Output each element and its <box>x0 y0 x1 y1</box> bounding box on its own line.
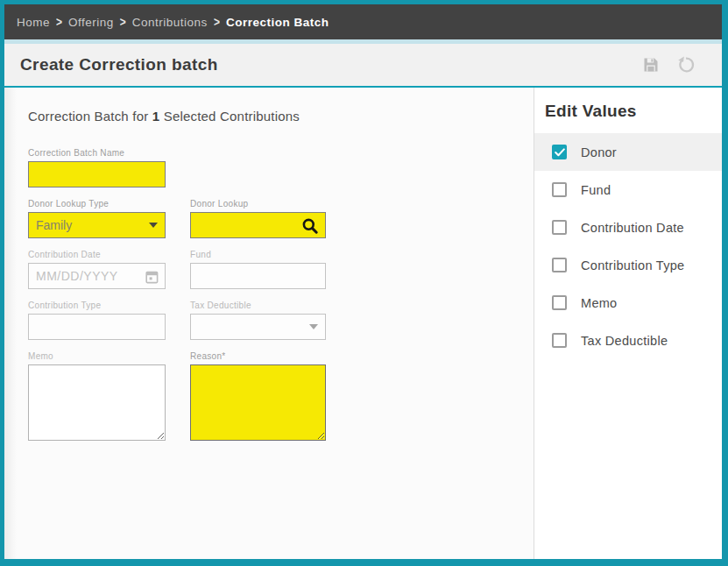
edit-values-item-label: Contribution Date <box>581 221 684 235</box>
edit-values-item-contribution-type[interactable]: Contribution Type <box>534 246 722 284</box>
save-icon[interactable] <box>641 55 661 74</box>
batch-name-input-wrap <box>28 161 166 187</box>
undo-icon[interactable] <box>676 55 696 74</box>
edit-values-item-contribution-date[interactable]: Contribution Date <box>534 209 722 246</box>
reason-textarea[interactable] <box>190 364 326 441</box>
edit-values-item-fund[interactable]: Fund <box>534 171 722 209</box>
page-title: Create Correction batch <box>20 55 218 74</box>
breadcrumb-home[interactable]: Home <box>17 16 50 29</box>
contribution-type-input-wrap <box>28 314 166 340</box>
chevron-down-icon <box>149 223 158 228</box>
correction-batch-page: Home > Offering > Contributions > Correc… <box>0 0 728 566</box>
donor-lookup-type-label: Donor Lookup Type <box>28 199 166 209</box>
breadcrumb-current: Correction Batch <box>226 16 329 29</box>
fund-input[interactable] <box>191 264 325 288</box>
edit-values-item-label: Tax Deductible <box>581 334 668 348</box>
tax-deductible-select[interactable] <box>190 314 326 340</box>
batch-name-input[interactable] <box>29 162 165 187</box>
breadcrumb-contributions[interactable]: Contributions <box>132 16 208 29</box>
contribution-date-input[interactable] <box>29 264 165 288</box>
chevron-down-icon <box>309 324 318 329</box>
edit-values-panel: Edit Values Donor Fund Contribution Date <box>534 88 722 559</box>
edit-values-title: Edit Values <box>534 88 722 133</box>
contribution-date-label: Contribution Date <box>28 250 166 260</box>
donor-lookup-label: Donor Lookup <box>190 199 326 209</box>
edit-values-item-donor[interactable]: Donor <box>534 133 722 171</box>
contribution-type-input[interactable] <box>29 315 165 339</box>
breadcrumb: Home > Offering > Contributions > Correc… <box>4 4 722 39</box>
memo-checkbox[interactable] <box>552 295 567 310</box>
breadcrumb-offering[interactable]: Offering <box>68 16 114 29</box>
reason-label: Reason* <box>190 351 326 362</box>
contribution-type-label: Contribution Type <box>28 301 166 311</box>
search-icon[interactable] <box>301 217 319 235</box>
memo-textarea[interactable] <box>28 364 166 441</box>
donor-lookup-type-value: Family <box>36 218 72 232</box>
calendar-icon[interactable] <box>145 270 159 284</box>
section-heading: Correction Batch for 1 Selected Contribu… <box>28 109 534 124</box>
edit-values-item-label: Memo <box>581 296 618 310</box>
contribution-date-input-wrap <box>28 263 166 289</box>
memo-label: Memo <box>28 351 166 362</box>
fund-checkbox[interactable] <box>552 182 567 197</box>
fund-label: Fund <box>190 250 326 260</box>
donor-lookup-input-wrap <box>190 212 326 238</box>
edit-values-item-label: Donor <box>581 145 617 159</box>
tax-deductible-checkbox[interactable] <box>552 333 567 348</box>
edit-values-item-tax-deductible[interactable]: Tax Deductible <box>534 322 722 359</box>
breadcrumb-separator: > <box>214 15 220 29</box>
page-header: Create Correction batch <box>4 44 722 86</box>
fund-input-wrap <box>190 263 326 289</box>
tax-deductible-label: Tax Deductible <box>190 301 326 311</box>
donor-lookup-type-select[interactable]: Family <box>28 212 166 238</box>
breadcrumb-separator: > <box>56 15 62 29</box>
contribution-type-checkbox[interactable] <box>552 258 567 272</box>
breadcrumb-separator: > <box>120 15 126 29</box>
edit-values-item-memo[interactable]: Memo <box>534 284 722 322</box>
edit-values-item-label: Contribution Type <box>581 258 685 272</box>
edit-values-item-label: Fund <box>581 183 611 197</box>
batch-name-label: Correction Batch Name <box>28 148 166 159</box>
form-area: Correction Batch for 1 Selected Contribu… <box>4 88 534 559</box>
contribution-date-checkbox[interactable] <box>552 220 567 235</box>
donor-checkbox[interactable] <box>552 145 567 159</box>
